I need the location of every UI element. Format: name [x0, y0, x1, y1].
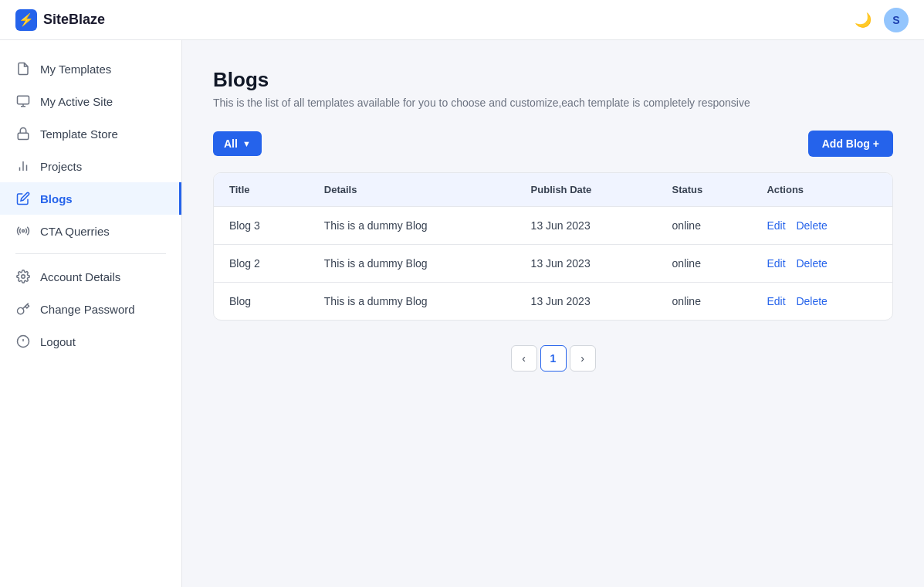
- filter-button[interactable]: All ▼: [213, 131, 262, 156]
- sidebar-label-projects: Projects: [40, 160, 82, 173]
- sidebar-item-account-details[interactable]: Account Details: [0, 260, 181, 293]
- projects-icon: [15, 158, 31, 174]
- topnav-right: 🌙 S: [855, 8, 909, 32]
- cta-queries-icon: [15, 223, 31, 239]
- logo-icon: ⚡: [15, 9, 37, 31]
- delete-button[interactable]: Delete: [796, 219, 827, 232]
- sidebar-item-cta-queries[interactable]: CTA Querries: [0, 215, 181, 247]
- sidebar-item-logout[interactable]: Logout: [0, 325, 181, 358]
- table-row: Blog This is a dummy Blog 13 Jun 2023 on…: [214, 283, 892, 321]
- change-password-icon: [15, 301, 31, 317]
- app-name: SiteBlaze: [43, 12, 105, 28]
- cell-actions: Edit Delete: [751, 207, 892, 245]
- cell-title: Blog 2: [214, 245, 309, 283]
- dark-mode-icon[interactable]: 🌙: [855, 12, 872, 29]
- delete-button[interactable]: Delete: [796, 295, 827, 307]
- add-blog-button[interactable]: Add Blog +: [808, 131, 893, 157]
- svg-point-7: [22, 230, 25, 232]
- sidebar-label-my-templates: My Templates: [40, 63, 111, 76]
- add-blog-label: Add Blog +: [822, 137, 879, 150]
- table-row: Blog 2 This is a dummy Blog 13 Jun 2023 …: [214, 245, 892, 283]
- logo[interactable]: ⚡ SiteBlaze: [15, 9, 105, 31]
- svg-rect-0: [18, 96, 29, 104]
- sidebar-item-change-password[interactable]: Change Password: [0, 293, 181, 325]
- template-store-icon: [15, 126, 31, 141]
- pagination: ‹ 1 ›: [213, 345, 893, 372]
- account-details-icon: [15, 269, 31, 284]
- cell-title: Blog 3: [214, 207, 309, 245]
- svg-rect-3: [18, 133, 29, 139]
- cell-details: This is a dummy Blog: [309, 207, 516, 245]
- sidebar-label-my-active-site: My Active Site: [40, 95, 113, 108]
- main-content: Blogs This is the list of all templates …: [182, 40, 924, 587]
- my-templates-icon: [15, 61, 31, 76]
- sidebar-label-blogs: Blogs: [40, 192, 73, 205]
- sidebar-label-logout: Logout: [40, 335, 76, 348]
- col-details: Details: [309, 173, 516, 207]
- cell-details: This is a dummy Blog: [309, 245, 516, 283]
- filter-label: All: [224, 137, 238, 150]
- cell-status: online: [657, 283, 752, 321]
- cell-publish-date: 13 Jun 2023: [516, 283, 657, 321]
- sidebar-item-template-store[interactable]: Template Store: [0, 117, 181, 150]
- sidebar-item-projects[interactable]: Projects: [0, 150, 181, 182]
- cell-actions: Edit Delete: [751, 245, 892, 283]
- page-title: Blogs: [213, 68, 893, 92]
- sidebar-label-account-details: Account Details: [40, 270, 120, 283]
- col-publish-date: Publish Date: [516, 173, 657, 207]
- col-status: Status: [657, 173, 752, 207]
- cell-status: online: [657, 207, 752, 245]
- blogs-table-wrap: Title Details Publish Date Status Action…: [213, 172, 893, 321]
- blogs-icon: [15, 191, 31, 206]
- toolbar: All ▼ Add Blog +: [213, 131, 893, 157]
- sidebar-label-cta-queries: CTA Querries: [40, 225, 110, 238]
- cell-actions: Edit Delete: [751, 283, 892, 321]
- layout: My Templates My Active Site Template Sto…: [0, 40, 924, 587]
- sidebar-item-my-templates[interactable]: My Templates: [0, 53, 181, 85]
- logout-icon: [15, 334, 31, 349]
- sidebar-divider: [15, 253, 166, 254]
- chevron-down-icon: ▼: [242, 139, 251, 148]
- cell-title: Blog: [214, 283, 309, 321]
- cell-publish-date: 13 Jun 2023: [516, 245, 657, 283]
- sidebar-label-template-store: Template Store: [40, 127, 118, 141]
- sidebar: My Templates My Active Site Template Sto…: [0, 40, 182, 587]
- col-title: Title: [214, 173, 309, 207]
- cell-details: This is a dummy Blog: [309, 283, 516, 321]
- delete-button[interactable]: Delete: [796, 257, 827, 270]
- sidebar-item-my-active-site[interactable]: My Active Site: [0, 85, 181, 117]
- table-header-row: Title Details Publish Date Status Action…: [214, 173, 892, 207]
- table-row: Blog 3 This is a dummy Blog 13 Jun 2023 …: [214, 207, 892, 245]
- page-1-button[interactable]: 1: [540, 345, 567, 372]
- page-subtitle: This is the list of all templates availa…: [213, 97, 893, 109]
- blogs-table: Title Details Publish Date Status Action…: [214, 173, 892, 320]
- edit-button[interactable]: Edit: [767, 257, 785, 270]
- edit-button[interactable]: Edit: [767, 219, 785, 232]
- next-page-button[interactable]: ›: [570, 345, 596, 372]
- prev-page-button[interactable]: ‹: [511, 345, 537, 372]
- sidebar-item-blogs[interactable]: Blogs: [0, 182, 181, 215]
- sidebar-label-change-password: Change Password: [40, 303, 135, 316]
- my-active-site-icon: [15, 93, 31, 109]
- cell-publish-date: 13 Jun 2023: [516, 207, 657, 245]
- edit-button[interactable]: Edit: [767, 295, 785, 307]
- svg-point-8: [22, 275, 25, 279]
- cell-status: online: [657, 245, 752, 283]
- col-actions: Actions: [751, 173, 892, 207]
- avatar[interactable]: S: [884, 8, 909, 32]
- topnav: ⚡ SiteBlaze 🌙 S: [0, 0, 924, 40]
